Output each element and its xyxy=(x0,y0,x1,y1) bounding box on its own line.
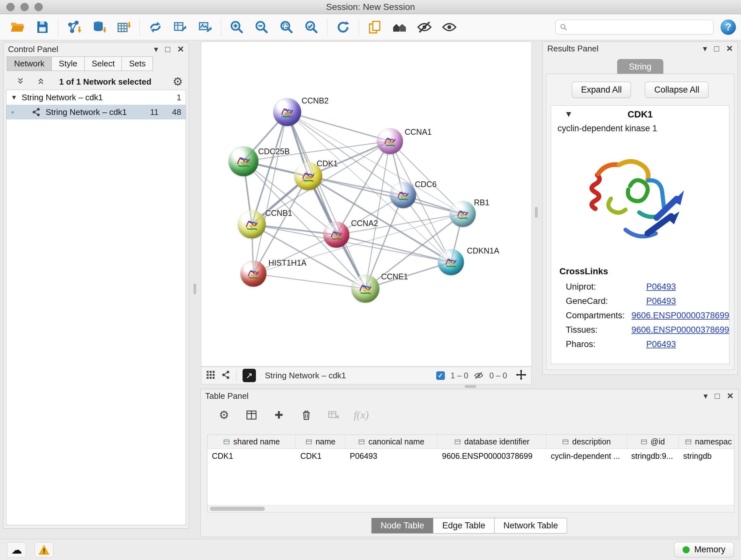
column-header-canonical-name[interactable]: canonical name xyxy=(345,435,437,449)
network-options-button[interactable]: ⚙ xyxy=(173,76,183,87)
pharos-link[interactable]: P06493 xyxy=(646,339,676,349)
column-header-name[interactable]: name xyxy=(296,435,345,449)
protein-thumbnail-icon xyxy=(234,152,253,171)
panel-collapse-icon[interactable]: ▾ xyxy=(703,392,708,400)
import-table-button[interactable] xyxy=(111,17,136,38)
copy-document-button[interactable] xyxy=(362,17,387,38)
birds-eye-view-button[interactable]: ↗ xyxy=(243,369,256,382)
panel-close-icon[interactable]: ✕ xyxy=(177,45,184,53)
function-builder-button-disabled[interactable]: f(x) xyxy=(352,407,370,424)
scrollbar-thumb[interactable] xyxy=(210,507,265,511)
table-settings-button[interactable]: ⚙ xyxy=(215,407,233,424)
help-button[interactable]: ? xyxy=(721,19,736,35)
bullet-icon: ● xyxy=(11,109,14,116)
tab-edge-table[interactable]: Edge Table xyxy=(433,518,495,534)
import-network-file-button[interactable] xyxy=(62,17,86,38)
network-node-rb1[interactable] xyxy=(450,201,476,227)
memory-status-icon xyxy=(683,546,690,553)
collapse-all-button[interactable]: Collapse All xyxy=(645,82,709,98)
network-from-selection-button[interactable] xyxy=(143,17,168,38)
network-row-selected[interactable]: ● String Network – cdk1 11 48 xyxy=(6,105,186,119)
network-node-ccne1[interactable] xyxy=(351,274,380,303)
expand-all-button[interactable]: Expand All xyxy=(572,82,631,98)
network-overview-button[interactable] xyxy=(221,370,231,381)
tab-select[interactable]: Select xyxy=(84,57,122,71)
network-node-cdkn1a[interactable] xyxy=(438,249,464,275)
network-node-ccnb1[interactable] xyxy=(238,210,266,239)
network-node-cdc6[interactable] xyxy=(390,182,416,208)
selected-checkbox-icon[interactable]: ✓ xyxy=(436,371,445,380)
splitter-handle[interactable] xyxy=(535,207,538,218)
open-session-button[interactable] xyxy=(5,17,30,38)
delete-column-button[interactable] xyxy=(297,407,316,424)
column-header-database-identifier[interactable]: database identifier xyxy=(437,435,546,449)
cell-shared-name[interactable]: CDK1 xyxy=(207,451,296,461)
cell-database-identifier[interactable]: 9606.ENSP00000378699 xyxy=(437,451,546,461)
panel-float-icon[interactable]: □ xyxy=(715,392,720,400)
network-node-ccna1[interactable] xyxy=(377,128,403,154)
network-selection-row: 1 of 1 Network selected ⚙ xyxy=(3,71,189,91)
panel-float-icon[interactable]: □ xyxy=(714,44,719,53)
grid-view-button[interactable] xyxy=(206,370,215,381)
splitter-handle[interactable] xyxy=(193,284,196,294)
zoom-selected-button[interactable] xyxy=(299,17,324,38)
home-button[interactable] xyxy=(387,17,412,38)
zoom-fit-button[interactable] xyxy=(274,17,299,38)
cell-name[interactable]: CDK1 xyxy=(296,451,345,461)
tab-style[interactable]: Style xyxy=(51,57,84,71)
cell-id[interactable]: stringdb:9... xyxy=(627,451,679,461)
pan-mode-button[interactable] xyxy=(515,369,527,382)
expand-all-networks-button[interactable] xyxy=(37,77,45,86)
panel-close-icon[interactable]: ✕ xyxy=(727,392,734,400)
network-node-hist1h1a[interactable] xyxy=(240,260,266,287)
column-header-id[interactable]: @id xyxy=(627,435,679,449)
cell-namespace[interactable]: stringdb xyxy=(679,451,734,461)
zoom-out-button[interactable] xyxy=(249,17,274,38)
refresh-view-button[interactable] xyxy=(331,17,355,38)
table-row[interactable]: CDK1 CDK1 P06493 9606.ENSP00000378699 cy… xyxy=(207,449,734,463)
panel-collapse-icon[interactable]: ▾ xyxy=(703,44,707,53)
cell-description[interactable]: cyclin-dependent ... xyxy=(546,451,627,461)
panel-close-icon[interactable]: ✕ xyxy=(726,44,733,53)
show-all-button[interactable] xyxy=(437,17,462,38)
panel-collapse-icon[interactable]: ▾ xyxy=(154,45,158,53)
zoom-in-button[interactable] xyxy=(224,17,249,38)
network-node-ccna2[interactable] xyxy=(323,222,349,248)
network-canvas[interactable]: CCNB2CCNA1CDC25BCDK1CDC6RB1CCNB1CCNA2CDK… xyxy=(201,42,532,367)
splitter-handle[interactable] xyxy=(465,385,476,388)
save-session-button[interactable] xyxy=(30,17,55,38)
column-header-namespace[interactable]: namespac xyxy=(679,435,734,449)
genecard-link[interactable]: P06493 xyxy=(646,296,676,306)
add-column-button[interactable]: ✚ xyxy=(270,407,288,424)
collapse-all-networks-button[interactable] xyxy=(16,77,24,86)
zoom-in-icon xyxy=(229,19,245,35)
tab-node-table[interactable]: Node Table xyxy=(372,518,433,534)
import-network-database-button[interactable] xyxy=(86,17,111,38)
show-columns-button[interactable] xyxy=(242,407,261,424)
network-collection-row[interactable]: ▼ String Network – cdk1 1 xyxy=(6,90,186,105)
column-header-shared-name[interactable]: shared name xyxy=(207,435,296,449)
tissues-link[interactable]: 9606.ENSP00000378699 xyxy=(631,325,729,335)
panel-float-icon[interactable]: □ xyxy=(165,45,170,53)
tab-string[interactable]: String xyxy=(617,59,664,74)
tab-network-table[interactable]: Network Table xyxy=(494,518,567,534)
horizontal-scrollbar[interactable] xyxy=(207,505,734,512)
warnings-button[interactable] xyxy=(35,542,54,557)
compartments-link[interactable]: 9606.ENSP00000378699 xyxy=(631,311,729,320)
tree-expand-icon[interactable]: ▼ xyxy=(11,94,17,101)
uniprot-link[interactable]: P06493 xyxy=(646,282,676,292)
cloud-status-button[interactable]: ☁ xyxy=(7,542,26,557)
search-input[interactable] xyxy=(571,22,710,33)
export-image-button[interactable] xyxy=(193,17,218,38)
export-table-button[interactable] xyxy=(168,17,193,38)
tab-sets[interactable]: Sets xyxy=(122,57,153,71)
section-collapse-icon[interactable]: ▼ xyxy=(562,109,575,119)
tab-network[interactable]: Network xyxy=(7,57,52,71)
network-node-ccnb2[interactable] xyxy=(273,98,301,126)
cell-canonical-name[interactable]: P06493 xyxy=(345,451,437,461)
memory-button[interactable]: Memory xyxy=(674,542,734,557)
network-node-cdc25b[interactable] xyxy=(228,146,259,176)
delete-table-button-disabled[interactable] xyxy=(325,407,343,424)
column-header-description[interactable]: description xyxy=(546,435,627,449)
hide-selected-button[interactable] xyxy=(412,17,437,38)
